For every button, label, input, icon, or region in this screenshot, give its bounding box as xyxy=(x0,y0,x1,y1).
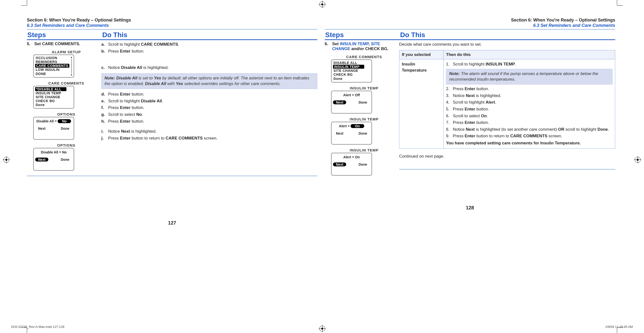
device-softkey: Done xyxy=(356,131,370,135)
col-dothis-header: Do This xyxy=(400,31,615,39)
registration-mark-icon xyxy=(319,2,325,7)
device-frame: DISABLE ALL INSULIN TEMP SITE CHANGE CHE… xyxy=(331,59,372,82)
section-title: Section 6: When You're Ready – Optional … xyxy=(27,18,317,23)
device-softkeys: Next Done xyxy=(35,127,72,130)
device-menu-item-selected: CARE COMMENTS xyxy=(35,64,69,68)
note-box: Note: Disable All is set to Yes by defau… xyxy=(101,73,317,89)
dothis-column: a.Scroll to highlight CARE COMMENTS. b.P… xyxy=(101,42,317,171)
instruction-item: 9.Press Enter button to return to CARE C… xyxy=(446,133,612,139)
device-softkey: Done xyxy=(356,100,370,104)
device-softkey-selected: Next xyxy=(35,158,48,161)
device-title: INSULIN TEMP xyxy=(331,86,397,90)
device-pill-selected: On xyxy=(350,124,364,128)
step-caption: Set INSULIN TEMP, SITE CHANGE and/or CHE… xyxy=(332,42,396,51)
device-softkey: Done xyxy=(58,127,72,130)
device-title: CARE COMMENTS xyxy=(331,55,397,59)
footer-filename: DOC15736_Rev-A-Man.indd 127-128 xyxy=(11,325,64,328)
device-menu: *DISABLE ALL INSULIN TEMP SITE CHANGE CH… xyxy=(35,87,72,107)
page-number: 127 xyxy=(27,220,317,226)
divider xyxy=(399,169,615,170)
device-menu-item: SITE CHANGE xyxy=(333,69,370,73)
instruction-item: g.Scroll to select No. xyxy=(101,112,317,118)
instruction-item: h.Press Enter button. xyxy=(101,119,317,125)
continued-text: Continued on next page. xyxy=(399,153,615,160)
device-softkey-selected: Next xyxy=(333,162,346,166)
device-title: OPTIONS xyxy=(33,143,99,147)
device-menu-item: DISABLE ALL xyxy=(333,61,370,65)
device-screenshot: INSULIN TEMP Alert = On Next Done xyxy=(331,148,397,176)
device-softkey: Next xyxy=(35,127,48,130)
instruction-item: 2.Press Enter button. xyxy=(446,86,612,92)
device-menu: OCCLUSION REMINDERS CARE COMMENTS LOW IN… xyxy=(35,56,72,76)
device-menu-item-selected: *DISABLE ALL xyxy=(35,87,66,91)
device-screenshot: OPTIONS Disable All = No Next Done xyxy=(33,143,99,171)
device-menu-item: CHECK BG xyxy=(333,73,370,77)
col-steps-header: Steps xyxy=(325,31,400,39)
section-subtitle: 6.3 Set Reminders and Care Comments xyxy=(325,23,615,28)
print-footer: DOC15736_Rev-A-Man.indd 127-128 2/9/09 1… xyxy=(11,325,633,328)
instruction-item: j.Press Enter button to return to CARE C… xyxy=(101,135,317,141)
completion-text: You have completed setting care comments… xyxy=(446,140,612,146)
device-frame: Alert = Off Next Done xyxy=(331,91,372,114)
dothis-column: Decide what care comments you want to se… xyxy=(399,42,615,175)
device-menu: DISABLE ALL INSULIN TEMP SITE CHANGE CHE… xyxy=(333,61,370,80)
registration-mark-icon xyxy=(4,157,9,163)
divider xyxy=(325,29,615,30)
instruction-item: 4.Scroll to highlight Alert. xyxy=(446,99,612,106)
device-softkeys: Next Done xyxy=(333,131,370,135)
footer-timestamp: 2/9/09 11:29:45 AM xyxy=(605,325,633,328)
instruction-item: d.Press Enter button. xyxy=(101,91,317,98)
device-screenshot: ALARM SETUP OCCLUSION REMINDERS CARE COM… xyxy=(33,50,99,78)
device-field: Disable All = No xyxy=(35,149,72,154)
intro-text: Decide what care comments you want to se… xyxy=(399,42,615,48)
device-screenshot: INSULIN TEMP Alert = On Next Done xyxy=(331,117,397,145)
device-screenshot: CARE COMMENTS DISABLE ALL INSULIN TEMP S… xyxy=(331,55,397,82)
column-headers: Steps Do This xyxy=(27,31,317,40)
instruction-item: i.Notice Next is highlighted. xyxy=(101,129,317,135)
table-cell: 1.Scroll to highlight INSULIN TEMP. Note… xyxy=(444,59,615,148)
instruction-item: f.Press Enter button. xyxy=(101,105,317,111)
section-subtitle: 6.3 Set Reminders and Care Comments xyxy=(27,23,317,28)
divider xyxy=(27,29,317,30)
step-number: 5. xyxy=(27,42,33,47)
device-menu-item: REMINDERS xyxy=(35,60,72,64)
steps-column: 5. Set CARE COMMENTS. ALARM SETUP OCCLUS… xyxy=(27,42,101,171)
device-frame: Alert = On Next Done xyxy=(331,153,372,176)
crop-mark-icon xyxy=(617,5,623,6)
crop-mark-icon xyxy=(617,0,617,5)
device-screenshot: OPTIONS Disable All = No Next Done xyxy=(33,112,99,140)
instruction-item: 1.Scroll to highlight INSULIN TEMP. xyxy=(446,61,612,68)
device-frame: OCCLUSION REMINDERS CARE COMMENTS LOW IN… xyxy=(33,55,74,78)
device-menu-item: Done xyxy=(333,77,370,81)
crop-mark-icon xyxy=(27,0,27,5)
device-softkey-selected: Next xyxy=(333,100,346,104)
device-frame: *DISABLE ALL INSULIN TEMP SITE CHANGE CH… xyxy=(33,86,74,109)
device-menu-item-selected: INSULIN TEMP xyxy=(333,65,364,69)
table-header: If you selected xyxy=(400,50,444,59)
device-softkeys: Next Done xyxy=(333,162,370,166)
device-screenshot: INSULIN TEMP Alert = Off Next Done xyxy=(331,86,397,114)
instruction-item: 7.Press Enter button. xyxy=(446,120,612,126)
instruction-item: e.Scroll to highlight Disable All. xyxy=(101,98,317,104)
page-right: Section 6: When You're Ready – Optional … xyxy=(325,7,615,226)
device-menu-item: OCCLUSION xyxy=(35,56,72,60)
device-frame: Disable All = No Next Done xyxy=(33,117,74,140)
device-title: ALARM SETUP xyxy=(33,50,99,54)
steps-column: 6. Set INSULIN TEMP, SITE CHANGE and/or … xyxy=(325,42,399,175)
device-title: INSULIN TEMP xyxy=(331,148,397,152)
device-pill-selected: No xyxy=(58,119,71,123)
instruction-item: a.Scroll to highlight CARE COMMENTS. xyxy=(101,42,317,48)
step-caption: Set CARE COMMENTS. xyxy=(34,42,98,47)
device-title: INSULIN TEMP xyxy=(331,117,397,121)
decision-table: If you selected Then do this Insulin Tem… xyxy=(399,50,615,149)
page-left: Section 6: When You're Ready – Optional … xyxy=(27,7,317,226)
instruction-item: 8.Notice Next is highlighted (to set ano… xyxy=(446,127,612,133)
device-menu-item: LOW INSULIN xyxy=(35,68,72,72)
instruction-item: 5.Press Enter button. xyxy=(446,106,612,112)
step-number: 6. xyxy=(325,42,331,47)
device-title: CARE COMMENTS xyxy=(33,81,99,85)
scroll-arrow-icon xyxy=(70,56,73,76)
section-header: Section 6: When You're Ready – Optional … xyxy=(27,18,317,28)
note-box: Note: The alarm will sound if the pump s… xyxy=(446,69,612,85)
table-cell: Insulin Temperature xyxy=(400,59,444,148)
